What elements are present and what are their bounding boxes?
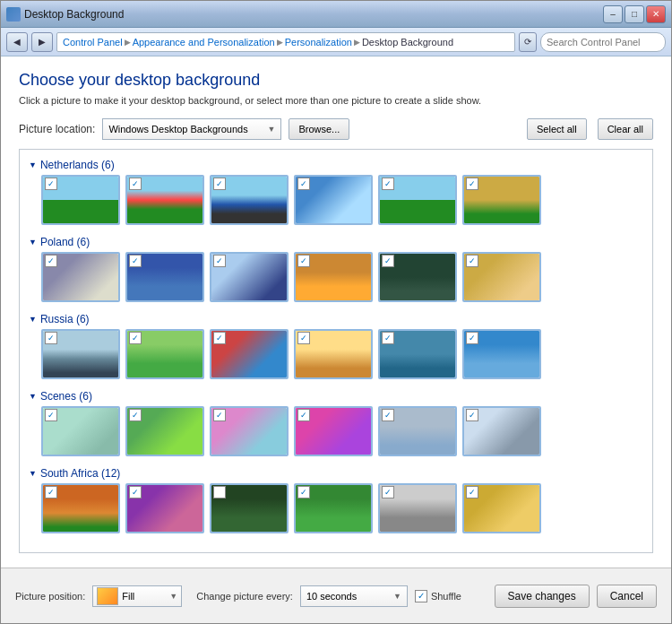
category-arrow-russia[interactable]: ▼ [29,315,37,324]
thumb-check-sa3[interactable] [213,486,226,498]
thumb-check-sa1[interactable]: ✓ [45,486,57,498]
category-arrow-scenes[interactable]: ▼ [29,392,37,401]
thumb-nl2[interactable]: ✓ [125,175,204,225]
thumb-check-nl2[interactable]: ✓ [129,178,142,190]
thumb-check-sc6[interactable]: ✓ [466,409,478,421]
shuffle-label: Shuffle [431,591,461,602]
thumb-nl4[interactable]: ✓ [294,175,373,225]
thumb-check-sc5[interactable]: ✓ [382,409,394,421]
category-arrow-south-africa[interactable]: ▼ [29,469,37,478]
breadcrumb: Control Panel ▶ Appearance and Personali… [56,32,515,52]
thumb-sa3[interactable] [210,483,289,533]
thumb-sc2[interactable]: ✓ [125,406,204,456]
category-header-russia: ▼ Russia (6) [27,308,645,329]
thumb-ru2[interactable]: ✓ [125,329,204,379]
breadcrumb-sep-2: ▶ [277,38,283,47]
picture-location-dropdown[interactable]: Windows Desktop Backgrounds ▼ [102,118,281,140]
thumb-check-sc3[interactable]: ✓ [213,409,226,421]
thumb-check-nl6[interactable]: ✓ [466,178,478,190]
thumb-ru1[interactable]: ✓ [41,329,120,379]
thumb-check-pl3[interactable]: ✓ [213,255,226,267]
thumb-check-sa4[interactable]: ✓ [297,486,310,498]
thumb-pl2[interactable]: ✓ [125,252,204,302]
thumb-check-ru3[interactable]: ✓ [213,332,226,344]
refresh-button[interactable]: ⟳ [519,32,537,52]
thumb-check-pl5[interactable]: ✓ [382,255,394,267]
position-section: Picture position: Fill ▼ [15,585,182,607]
interval-dropdown[interactable]: 10 seconds ▼ [300,585,408,607]
thumbnails-row-scenes: ✓ ✓ ✓ ✓ ✓ [27,406,645,456]
thumb-check-sc4[interactable]: ✓ [297,409,310,421]
window-icon [6,7,21,22]
thumb-check-ru5[interactable]: ✓ [382,332,394,344]
thumb-ru4[interactable]: ✓ [294,329,373,379]
thumb-sc5[interactable]: ✓ [378,406,457,456]
thumb-check-sa6[interactable]: ✓ [466,486,478,498]
thumb-check-ru1[interactable]: ✓ [45,332,57,344]
category-arrow-netherlands[interactable]: ▼ [29,160,37,169]
thumb-nl1[interactable]: ✓ [41,175,120,225]
thumb-check-nl5[interactable]: ✓ [382,178,394,190]
thumb-pl1[interactable]: ✓ [41,252,120,302]
thumb-check-pl1[interactable]: ✓ [45,255,57,267]
thumb-ru6[interactable]: ✓ [462,329,541,379]
thumb-check-sc1[interactable]: ✓ [45,409,57,421]
thumb-check-pl6[interactable]: ✓ [466,255,478,267]
thumb-check-ru2[interactable]: ✓ [129,332,142,344]
close-button[interactable]: ✕ [646,5,666,23]
position-dropdown[interactable]: Fill ▼ [92,585,182,607]
thumb-check-nl4[interactable]: ✓ [297,178,310,190]
thumb-pl6[interactable]: ✓ [462,252,541,302]
forward-button[interactable]: ▶ [31,32,53,52]
thumb-sc1[interactable]: ✓ [41,406,120,456]
thumb-pl3[interactable]: ✓ [210,252,289,302]
thumb-check-nl3[interactable]: ✓ [213,178,226,190]
bottom-bar: Picture position: Fill ▼ Change picture … [1,568,671,623]
back-button[interactable]: ◀ [6,32,28,52]
thumb-check-sa5[interactable]: ✓ [382,486,394,498]
gallery-container[interactable]: ▼ Netherlands (6) ✓ ✓ ✓ [19,149,653,553]
position-arrow-icon: ▼ [169,592,177,601]
thumb-nl5[interactable]: ✓ [378,175,457,225]
maximize-button[interactable]: □ [625,5,644,23]
category-name-netherlands: Netherlands (6) [40,159,115,171]
thumb-check-nl1[interactable]: ✓ [45,178,57,190]
thumb-ru3[interactable]: ✓ [210,329,289,379]
category-arrow-poland[interactable]: ▼ [29,238,37,247]
cancel-button[interactable]: Cancel [597,585,657,608]
change-label: Change picture every: [196,591,293,602]
thumb-check-ru4[interactable]: ✓ [297,332,310,344]
thumb-sc3[interactable]: ✓ [210,406,289,456]
thumb-nl3[interactable]: ✓ [210,175,289,225]
browse-button[interactable]: Browse... [289,118,349,140]
category-name-poland: Poland (6) [40,236,90,248]
minimize-button[interactable]: – [603,5,623,23]
thumb-check-ru6[interactable]: ✓ [466,332,478,344]
dropdown-arrow-icon: ▼ [267,125,275,134]
breadcrumb-personalization[interactable]: Personalization [285,37,352,48]
thumb-sa4[interactable]: ✓ [294,483,373,533]
main-window: Desktop Background – □ ✕ ◀ ▶ Control Pan… [0,0,672,624]
thumb-sc4[interactable]: ✓ [294,406,373,456]
thumb-check-sa2[interactable]: ✓ [129,486,142,498]
thumb-ru5[interactable]: ✓ [378,329,457,379]
thumb-sa1[interactable]: ✓ [41,483,120,533]
thumb-sc6[interactable]: ✓ [462,406,541,456]
thumb-pl5[interactable]: ✓ [378,252,457,302]
thumb-sa2[interactable]: ✓ [125,483,204,533]
thumb-check-pl4[interactable]: ✓ [297,255,310,267]
thumb-check-sc2[interactable]: ✓ [129,409,142,421]
search-input[interactable] [547,37,670,48]
breadcrumb-appearance[interactable]: Appearance and Personalization [133,37,275,48]
thumb-nl6[interactable]: ✓ [462,175,541,225]
page-subtitle: Click a picture to make it your desktop … [19,95,653,106]
thumb-pl4[interactable]: ✓ [294,252,373,302]
clear-all-button[interactable]: Clear all [598,118,653,140]
thumb-sa6[interactable]: ✓ [462,483,541,533]
thumb-sa5[interactable]: ✓ [378,483,457,533]
thumb-check-pl2[interactable]: ✓ [129,255,142,267]
shuffle-checkbox[interactable]: ✓ [415,590,427,602]
select-all-button[interactable]: Select all [527,118,587,140]
save-changes-button[interactable]: Save changes [495,585,590,608]
breadcrumb-control-panel[interactable]: Control Panel [63,37,123,48]
